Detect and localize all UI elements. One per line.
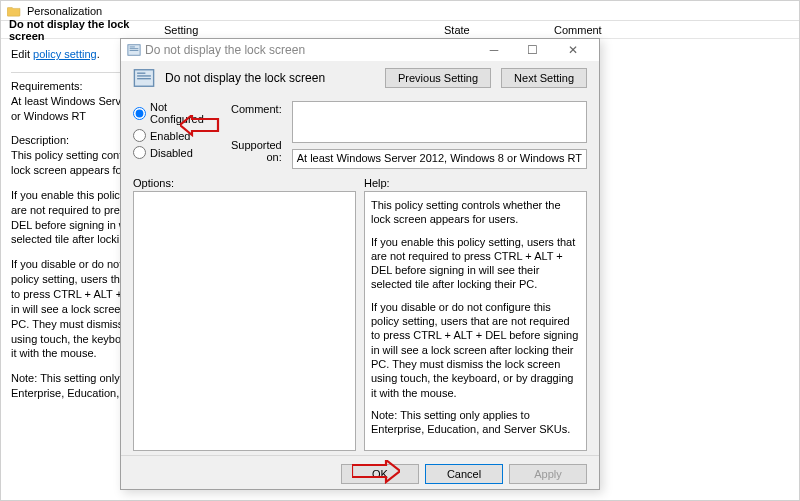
- col-comment[interactable]: Comment: [554, 24, 799, 36]
- side-labels: Comment: Supported on:: [222, 101, 281, 169]
- lower-panels: Options: Help: This policy setting contr…: [133, 177, 587, 451]
- description-label: Description:: [11, 134, 69, 146]
- minimize-button[interactable]: ─: [477, 39, 511, 61]
- policy-icon: [127, 43, 141, 57]
- help-p4: Note: This setting only applies to Enter…: [371, 408, 580, 437]
- help-p1: This policy setting controls whether the…: [371, 198, 580, 227]
- radio-disabled[interactable]: Disabled: [133, 146, 212, 159]
- dialog-titlebar[interactable]: Do not display the lock screen ─ ☐ ✕: [121, 39, 599, 61]
- comment-input[interactable]: [292, 101, 587, 143]
- help-panel[interactable]: This policy setting controls whether the…: [364, 191, 587, 451]
- policy-dialog: Do not display the lock screen ─ ☐ ✕ Do …: [120, 38, 600, 490]
- policy-setting-link[interactable]: policy setting: [33, 48, 97, 60]
- radio-disabled-input[interactable]: [133, 146, 146, 159]
- config-row: Not Configured Enabled Disabled Comment:…: [133, 101, 587, 169]
- radio-disabled-label: Disabled: [150, 147, 193, 159]
- radio-enabled-label: Enabled: [150, 130, 190, 142]
- cancel-button[interactable]: Cancel: [425, 464, 503, 484]
- svg-rect-1: [130, 47, 135, 48]
- radio-not-configured-label: Not Configured: [150, 101, 212, 125]
- col-state[interactable]: State: [444, 24, 554, 36]
- dialog-body: Not Configured Enabled Disabled Comment:…: [121, 95, 599, 455]
- supported-label: Supported on:: [222, 139, 281, 163]
- svg-rect-3: [130, 50, 139, 51]
- options-label: Options:: [133, 177, 356, 189]
- comment-label: Comment:: [222, 103, 281, 115]
- help-label: Help:: [364, 177, 587, 189]
- apply-button[interactable]: Apply: [509, 464, 587, 484]
- edit-label: Edit: [11, 48, 30, 60]
- radio-enabled-input[interactable]: [133, 129, 146, 142]
- help-column: Help: This policy setting controls wheth…: [364, 177, 587, 451]
- side-fields: At least Windows Server 2012, Windows 8 …: [292, 101, 587, 169]
- radio-not-configured[interactable]: Not Configured: [133, 101, 212, 125]
- bg-category: Personalization: [27, 5, 102, 17]
- ok-button[interactable]: OK: [341, 464, 419, 484]
- svg-rect-5: [137, 73, 145, 74]
- radio-not-configured-input[interactable]: [133, 107, 146, 120]
- col-setting[interactable]: Setting: [164, 24, 444, 36]
- radio-enabled[interactable]: Enabled: [133, 129, 212, 142]
- svg-rect-7: [137, 78, 151, 79]
- requirements-label: Requirements:: [11, 80, 83, 92]
- maximize-button[interactable]: ☐: [515, 39, 549, 61]
- help-p2: If you enable this policy setting, users…: [371, 235, 580, 292]
- svg-rect-2: [130, 48, 139, 49]
- help-p3: If you disable or do not configure this …: [371, 300, 580, 400]
- options-column: Options:: [133, 177, 356, 451]
- supported-on-box: At least Windows Server 2012, Windows 8 …: [292, 149, 587, 169]
- dialog-header: Do not display the lock screen Previous …: [121, 61, 599, 95]
- previous-setting-button[interactable]: Previous Setting: [385, 68, 491, 88]
- dialog-heading: Do not display the lock screen: [165, 71, 375, 85]
- close-button[interactable]: ✕: [553, 39, 593, 61]
- folder-icon: [7, 5, 21, 17]
- options-panel[interactable]: [133, 191, 356, 451]
- bg-column-headers: Do not display the lock screen Setting S…: [1, 21, 799, 39]
- svg-rect-6: [137, 75, 151, 76]
- next-setting-button[interactable]: Next Setting: [501, 68, 587, 88]
- policy-icon-large: [133, 67, 155, 89]
- radio-group: Not Configured Enabled Disabled: [133, 101, 212, 169]
- dialog-title: Do not display the lock screen: [145, 43, 473, 57]
- dialog-footer: OK Cancel Apply: [121, 455, 599, 492]
